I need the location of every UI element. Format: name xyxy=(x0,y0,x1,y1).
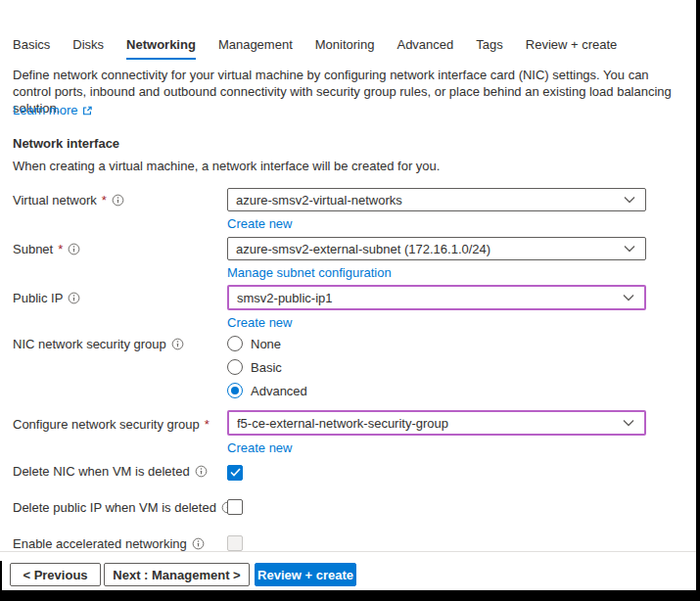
radio-label: Advanced xyxy=(251,384,307,398)
footer-bar: < Previous Next : Management > Review + … xyxy=(0,563,696,586)
public-ip-value: smsv2-public-ip1 xyxy=(237,291,333,305)
public-ip-select[interactable]: smsv2-public-ip1 xyxy=(227,285,646,310)
section-subheading: When creating a virtual machine, a netwo… xyxy=(13,159,440,173)
field-label-text: NIC network security group xyxy=(13,337,166,351)
next-management-button[interactable]: Next : Management > xyxy=(104,563,250,586)
virtual-network-select[interactable]: azure-smsv2-virtual-networks xyxy=(227,188,646,211)
page-description: Define network connectivity for your vir… xyxy=(13,67,678,116)
tab-monitoring[interactable]: Monitoring xyxy=(315,37,375,60)
review-create-button[interactable]: Review + create xyxy=(255,563,356,586)
tab-networking[interactable]: Networking xyxy=(126,37,196,60)
tab-advanced[interactable]: Advanced xyxy=(397,37,453,60)
subnet-select[interactable]: azure-smsv2-external-subnet (172.16.1.0/… xyxy=(227,237,646,260)
required-marker: * xyxy=(205,417,210,432)
previous-button[interactable]: < Previous xyxy=(10,563,101,586)
chevron-down-icon xyxy=(623,419,634,427)
vm-create-networking-page: Basics Disks Networking Management Monit… xyxy=(0,0,700,601)
field-label-text: Delete NIC when VM is deleted xyxy=(13,464,190,479)
screenshot-frame-right xyxy=(696,0,700,601)
tab-review-create[interactable]: Review + create xyxy=(526,37,618,60)
wizard-tabs: Basics Disks Networking Management Monit… xyxy=(13,37,617,60)
chevron-down-icon xyxy=(623,294,634,301)
subnet-value: azure-smsv2-external-subnet (172.16.1.0/… xyxy=(236,242,490,256)
tab-disks[interactable]: Disks xyxy=(72,37,104,60)
tab-tags[interactable]: Tags xyxy=(476,37,502,60)
delete-public-ip-checkbox[interactable] xyxy=(227,499,243,515)
screenshot-frame-bottom xyxy=(0,590,700,601)
radio-unselected-icon xyxy=(227,336,243,351)
virtual-network-label: Virtual network * xyxy=(13,193,124,208)
accelerated-networking-label: Enable accelerated networking xyxy=(13,536,205,551)
required-marker: * xyxy=(102,193,107,208)
radio-label: None xyxy=(251,337,281,351)
manage-subnet-configuration-link[interactable]: Manage subnet configuration xyxy=(227,265,392,280)
nsg-create-new-link[interactable]: Create new xyxy=(227,440,292,455)
delete-nic-label: Delete NIC when VM is deleted xyxy=(13,464,208,479)
subnet-label: Subnet * xyxy=(13,242,80,256)
info-icon[interactable] xyxy=(192,537,205,550)
info-icon[interactable] xyxy=(195,465,208,478)
info-icon[interactable] xyxy=(68,292,80,304)
chevron-down-icon xyxy=(624,245,635,253)
chevron-down-icon xyxy=(624,196,635,204)
nsg-option-advanced[interactable]: Advanced xyxy=(227,383,646,398)
delete-nic-checkbox[interactable] xyxy=(227,465,243,481)
field-label-text: Delete public IP when VM is deleted xyxy=(13,500,216,515)
nsg-option-none[interactable]: None xyxy=(227,336,646,351)
info-icon[interactable] xyxy=(68,243,80,255)
footer-divider xyxy=(0,551,696,552)
accelerated-networking-checkbox xyxy=(227,535,243,551)
virtual-network-value: azure-smsv2-virtual-networks xyxy=(236,193,402,208)
public-ip-label: Public IP xyxy=(13,291,80,305)
field-label-text: Configure network security group xyxy=(13,417,200,432)
external-link-icon xyxy=(81,105,93,116)
required-marker: * xyxy=(58,242,63,256)
configure-nsg-label: Configure network security group * xyxy=(13,417,210,432)
field-label-text: Virtual network xyxy=(13,193,97,208)
radio-selected-icon xyxy=(227,383,243,398)
radio-unselected-icon xyxy=(227,359,243,375)
tab-basics[interactable]: Basics xyxy=(13,37,50,60)
nsg-option-basic[interactable]: Basic xyxy=(227,359,646,375)
virtual-network-create-new-link[interactable]: Create new xyxy=(227,216,292,231)
tab-management[interactable]: Management xyxy=(218,37,293,60)
section-heading: Network interface xyxy=(13,136,119,151)
field-label-text: Enable accelerated networking xyxy=(13,536,187,551)
public-ip-create-new-link[interactable]: Create new xyxy=(227,315,292,330)
configure-nsg-select[interactable]: f5-ce-external-network-security-group xyxy=(227,410,646,436)
checkmark-icon xyxy=(230,468,241,477)
field-label-text: Subnet xyxy=(13,242,53,256)
configure-nsg-value: f5-ce-external-network-security-group xyxy=(237,416,448,431)
info-icon[interactable] xyxy=(112,194,124,207)
radio-label: Basic xyxy=(251,360,282,375)
delete-public-ip-label: Delete public IP when VM is deleted xyxy=(13,500,234,515)
field-label-text: Public IP xyxy=(13,291,63,305)
learn-more-label: Learn more xyxy=(13,103,77,117)
nic-nsg-label: NIC network security group xyxy=(13,337,184,351)
learn-more-link[interactable]: Learn more xyxy=(13,103,93,117)
info-icon[interactable] xyxy=(171,338,184,350)
